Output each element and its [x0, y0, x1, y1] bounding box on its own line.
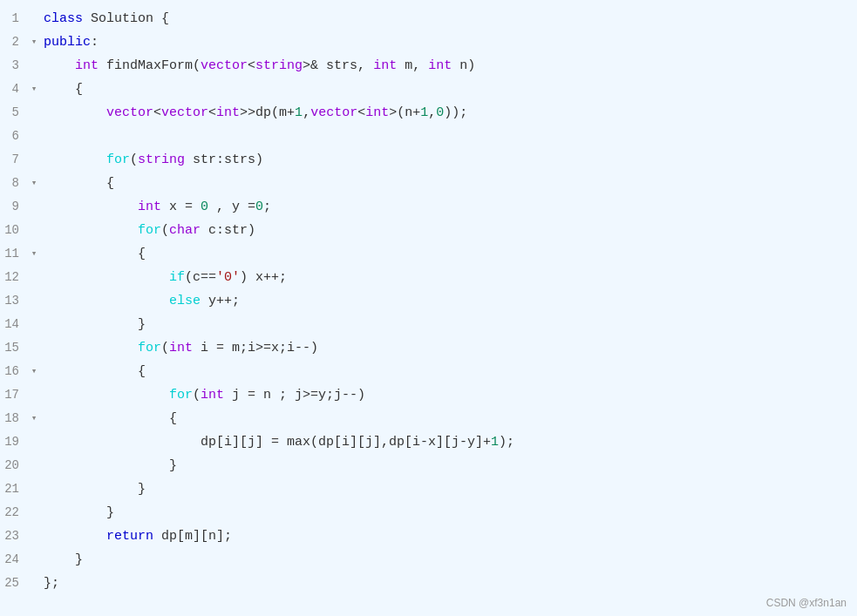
token: dp[i][j] = max(dp[i][j],dp[i-x][j-y]+: [201, 435, 491, 450]
line-number: 23: [0, 525, 26, 548]
line-number: 22: [0, 501, 26, 525]
token: for: [169, 388, 193, 403]
token: return: [106, 529, 161, 544]
token: [44, 388, 169, 403]
token: <: [248, 58, 255, 73]
code-content: if(c=='0') x++;: [42, 266, 857, 289]
line-number: 3: [0, 54, 26, 78]
token: <: [208, 105, 216, 120]
line-number: 7: [0, 148, 26, 172]
fold-arrow[interactable]: ▾: [26, 360, 42, 383]
fold-arrow[interactable]: ▾: [26, 78, 42, 101]
token: findMaxForm(: [106, 58, 201, 73]
token: [44, 105, 106, 120]
code-content: }: [42, 313, 857, 336]
token: ,: [428, 105, 436, 120]
code-content: }: [42, 477, 857, 501]
token: c:str): [208, 223, 255, 238]
token: [44, 529, 106, 544]
line-number: 14: [0, 313, 26, 336]
token: ,: [303, 105, 310, 120]
code-line: 6: [0, 125, 857, 148]
token: }: [138, 482, 146, 497]
code-line: 9 int x = 0 , y =0;: [0, 195, 857, 219]
token: j = n ; j>=y;j--): [232, 388, 365, 403]
token: vector: [201, 58, 248, 73]
token: i = m;i>=x;i--): [201, 341, 318, 355]
token: 0: [255, 200, 263, 214]
token: >(n+: [389, 105, 420, 120]
token: [44, 200, 138, 214]
token: [44, 364, 138, 379]
code-line: 25};: [0, 572, 857, 595]
code-line: 8▾ {: [0, 172, 857, 195]
token: [44, 552, 75, 567]
code-content: else y++;: [42, 289, 857, 313]
line-number: 8: [0, 172, 26, 195]
fold-arrow[interactable]: ▾: [26, 407, 42, 430]
code-content: {: [42, 407, 857, 430]
token: {: [138, 364, 146, 379]
token: :: [91, 35, 99, 50]
code-line: 18▾ {: [0, 407, 857, 430]
token: (: [161, 223, 169, 238]
token: [44, 247, 138, 261]
token: int: [428, 58, 459, 73]
line-number: 19: [0, 430, 26, 454]
code-line: 4▾ {: [0, 78, 857, 101]
token: n): [459, 58, 475, 73]
token: m,: [405, 58, 428, 73]
code-content: }: [42, 548, 857, 572]
line-number: 9: [0, 195, 26, 219]
token: string: [255, 58, 303, 73]
token: >& strs,: [303, 58, 373, 73]
token: [44, 505, 106, 520]
token: for: [138, 223, 161, 238]
editor-container: 1class Solution {2▾public:3 int findMaxF…: [0, 0, 857, 616]
line-number: 15: [0, 336, 26, 360]
token: 1: [295, 105, 303, 120]
token: vector: [106, 105, 153, 120]
code-line: 17 for(int j = n ; j>=y;j--): [0, 383, 857, 407]
token: }: [169, 458, 177, 473]
code-content: return dp[m][n];: [42, 525, 857, 548]
line-number: 10: [0, 219, 26, 242]
token: char: [169, 223, 208, 238]
token: for: [106, 152, 130, 167]
fold-arrow[interactable]: ▾: [26, 30, 42, 54]
line-number: 20: [0, 454, 26, 477]
token: int: [75, 58, 106, 73]
code-area: 1class Solution {2▾public:3 int findMaxF…: [0, 7, 857, 595]
watermark: CSDN @xf3n1an: [766, 597, 847, 609]
fold-arrow[interactable]: ▾: [26, 242, 42, 266]
line-number: 21: [0, 477, 26, 501]
token: [44, 317, 138, 332]
token: y++;: [208, 294, 240, 308]
code-line: 3 int findMaxForm(vector<string>& strs, …: [0, 54, 857, 78]
code-content: for(int j = n ; j>=y;j--): [42, 383, 857, 407]
code-content: {: [42, 360, 857, 383]
code-line: 5 vector<vector<int>>dp(m+1,vector<int>(…: [0, 101, 857, 125]
token: [44, 411, 169, 426]
token: >>dp(m+: [240, 105, 295, 120]
code-line: 20 }: [0, 454, 857, 477]
token: [44, 482, 138, 497]
code-content: {: [42, 78, 857, 101]
token: [44, 294, 169, 308]
token: dp[m][n];: [161, 529, 232, 544]
fold-arrow[interactable]: ▾: [26, 172, 42, 195]
code-line: 1class Solution {: [0, 7, 857, 30]
token: };: [44, 576, 59, 591]
line-number: 11: [0, 242, 26, 266]
token: Solution {: [91, 11, 169, 26]
token: [44, 176, 106, 191]
token: int: [201, 388, 232, 403]
token: {: [169, 411, 177, 426]
token: [44, 341, 138, 355]
code-content: for(string str:strs): [42, 148, 857, 172]
code-line: 10 for(char c:str): [0, 219, 857, 242]
token: [44, 270, 169, 285]
code-content: {: [42, 172, 857, 195]
code-content: for(char c:str): [42, 219, 857, 242]
token: x =: [169, 200, 201, 214]
